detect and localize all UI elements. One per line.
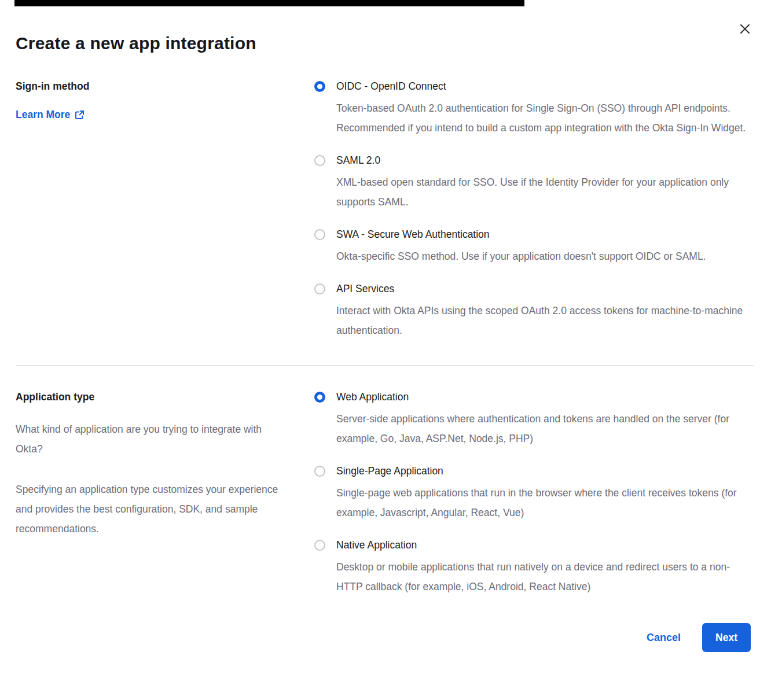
radio-button-icon[interactable] xyxy=(314,81,325,92)
cancel-button[interactable]: Cancel xyxy=(647,632,681,644)
application-type-section: Application type What kind of applicatio… xyxy=(0,390,771,596)
radio-option-description: Token-based OAuth 2.0 authentication for… xyxy=(336,98,748,138)
close-icon[interactable] xyxy=(738,22,752,36)
radio-option-label[interactable]: Native Application xyxy=(336,538,748,552)
radio-option-label[interactable]: OIDC - OpenID Connect xyxy=(336,79,748,94)
radio-option[interactable]: SAML 2.0 XML-based open standard for SSO… xyxy=(314,153,751,212)
radio-option-description: Interact with Okta APIs using the scoped… xyxy=(336,301,748,340)
external-link-icon xyxy=(75,110,85,120)
radio-option[interactable]: Native Application Desktop or mobile app… xyxy=(314,538,751,596)
radio-option-description: XML-based open standard for SSO. Use if … xyxy=(336,172,748,212)
radio-button-icon[interactable] xyxy=(314,229,325,240)
application-type-help-text: Specifying an application type customize… xyxy=(16,480,289,539)
top-dark-bar xyxy=(14,0,524,6)
radio-button-icon[interactable] xyxy=(314,283,325,294)
radio-button-icon[interactable] xyxy=(314,466,325,477)
radio-button-icon[interactable] xyxy=(314,155,325,166)
radio-option[interactable]: Web Application Server-side applications… xyxy=(314,390,751,448)
signin-method-section: Sign-in method Learn More OIDC - OpenID … xyxy=(0,79,771,340)
radio-option-description: Single-page web applications that run in… xyxy=(336,483,748,522)
footer-actions: Cancel Next xyxy=(0,623,771,652)
application-type-options: Web Application Server-side applications… xyxy=(314,390,751,596)
radio-option-description: Okta-specific SSO method. Use if your ap… xyxy=(336,246,706,266)
radio-option[interactable]: OIDC - OpenID Connect Token-based OAuth … xyxy=(314,79,751,138)
page-title: Create a new app integration xyxy=(16,34,751,53)
radio-option-description: Server-side applications where authentic… xyxy=(336,409,748,448)
signin-method-options: OIDC - OpenID Connect Token-based OAuth … xyxy=(314,79,751,340)
application-type-question: What kind of application are you trying … xyxy=(16,419,289,459)
radio-option[interactable]: SWA - Secure Web Authentication Okta-spe… xyxy=(314,227,751,266)
learn-more-label[interactable]: Learn More xyxy=(16,109,70,121)
radio-option-label[interactable]: SWA - Secure Web Authentication xyxy=(336,227,706,242)
learn-more-link[interactable]: Learn More xyxy=(16,109,85,121)
radio-button-icon[interactable] xyxy=(314,540,325,551)
radio-option-label[interactable]: API Services xyxy=(336,282,748,296)
radio-option[interactable]: Single-Page Application Single-page web … xyxy=(314,464,751,522)
application-type-label: Application type xyxy=(16,390,291,404)
radio-option-label[interactable]: Web Application xyxy=(336,390,748,404)
radio-option-label[interactable]: Single-Page Application xyxy=(336,464,748,478)
section-divider xyxy=(16,365,754,366)
radio-option-label[interactable]: SAML 2.0 xyxy=(336,153,748,168)
radio-button-icon[interactable] xyxy=(314,392,325,403)
signin-method-label: Sign-in method xyxy=(16,79,291,93)
radio-option-description: Desktop or mobile applications that run … xyxy=(336,557,748,596)
radio-option[interactable]: API Services Interact with Okta APIs usi… xyxy=(314,282,751,340)
next-button[interactable]: Next xyxy=(702,623,751,652)
